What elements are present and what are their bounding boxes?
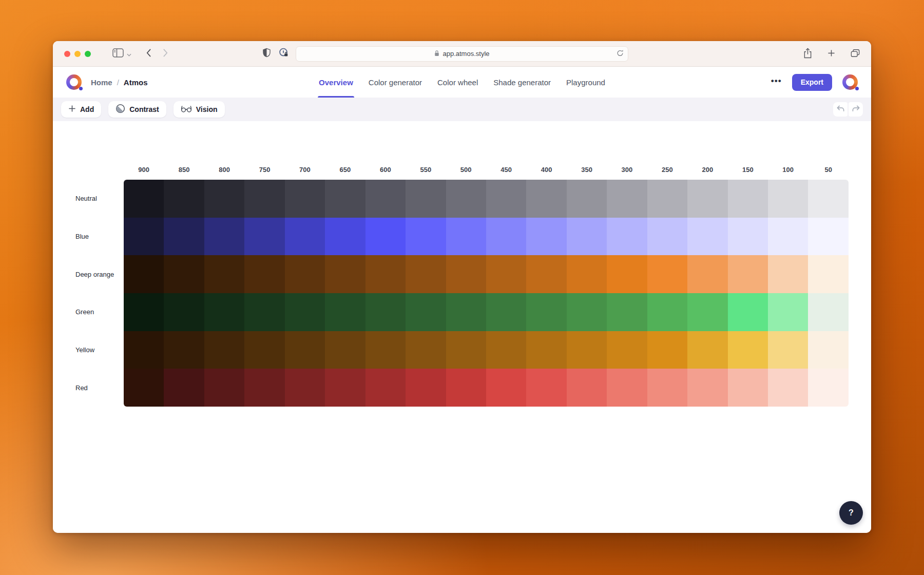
tab-color-generator[interactable]: Color generator [369,67,422,98]
color-swatch[interactable] [124,331,164,369]
color-swatch[interactable] [687,255,727,293]
color-swatch[interactable] [808,180,848,218]
color-swatch[interactable] [365,293,406,331]
share-button[interactable] [803,48,812,60]
color-swatch[interactable] [486,293,526,331]
color-swatch[interactable] [446,180,486,218]
color-swatch[interactable] [244,369,284,407]
color-swatch[interactable] [365,331,406,369]
color-swatch[interactable] [647,180,687,218]
color-swatch[interactable] [164,218,204,256]
color-swatch[interactable] [526,218,566,256]
color-swatch[interactable] [526,293,566,331]
more-options-icon[interactable]: ••• [771,76,782,88]
color-swatch[interactable] [204,293,244,331]
color-swatch[interactable] [365,369,406,407]
close-window-button[interactable] [64,51,70,57]
color-swatch[interactable] [567,369,607,407]
color-swatch[interactable] [687,218,727,256]
color-swatch[interactable] [164,255,204,293]
color-swatch[interactable] [325,331,365,369]
color-swatch[interactable] [486,255,526,293]
color-swatch[interactable] [647,255,687,293]
minimize-window-button[interactable] [74,51,81,57]
color-swatch[interactable] [285,293,325,331]
color-swatch[interactable] [124,255,164,293]
reload-icon[interactable] [617,49,624,59]
color-swatch[interactable] [808,255,848,293]
privacy-shield-icon[interactable] [263,48,271,60]
tab-overview-button[interactable] [851,49,860,59]
color-swatch[interactable] [285,180,325,218]
color-swatch[interactable] [607,331,647,369]
color-swatch[interactable] [124,218,164,256]
color-swatch[interactable] [204,218,244,256]
color-swatch[interactable] [607,369,647,407]
color-swatch[interactable] [567,293,607,331]
color-swatch[interactable] [446,255,486,293]
color-swatch[interactable] [526,331,566,369]
color-swatch[interactable] [204,369,244,407]
color-swatch[interactable] [687,369,727,407]
color-swatch[interactable] [728,255,768,293]
color-swatch[interactable] [204,180,244,218]
new-tab-button[interactable] [827,49,835,59]
color-swatch[interactable] [768,369,808,407]
color-swatch[interactable] [406,180,446,218]
back-button[interactable] [146,48,151,59]
color-swatch[interactable] [768,218,808,256]
avatar[interactable] [842,74,858,90]
chevron-down-icon[interactable] [127,49,131,59]
color-swatch[interactable] [728,293,768,331]
color-swatch[interactable] [808,331,848,369]
color-swatch[interactable] [607,180,647,218]
color-swatch[interactable] [406,293,446,331]
sidebar-toggle-button[interactable] [112,48,124,59]
color-swatch[interactable] [526,369,566,407]
help-button[interactable]: ? [839,501,863,525]
color-swatch[interactable] [687,331,727,369]
contrast-button[interactable]: Contrast [108,101,166,118]
color-swatch[interactable] [244,331,284,369]
color-swatch[interactable] [687,180,727,218]
zoom-window-button[interactable] [85,51,91,57]
color-swatch[interactable] [687,293,727,331]
color-swatch[interactable] [768,180,808,218]
redo-button[interactable] [849,102,863,117]
vision-button[interactable]: Vision [174,101,225,118]
color-swatch[interactable] [285,218,325,256]
color-swatch[interactable] [446,293,486,331]
tab-color-wheel[interactable]: Color wheel [437,67,478,98]
color-swatch[interactable] [446,369,486,407]
color-swatch[interactable] [285,331,325,369]
color-swatch[interactable] [406,369,446,407]
color-swatch[interactable] [808,218,848,256]
color-swatch[interactable] [486,180,526,218]
color-swatch[interactable] [365,218,406,256]
color-swatch[interactable] [728,180,768,218]
forward-button[interactable] [163,48,168,59]
color-swatch[interactable] [607,293,647,331]
color-swatch[interactable] [446,218,486,256]
color-swatch[interactable] [486,369,526,407]
color-swatch[interactable] [285,255,325,293]
color-swatch[interactable] [486,218,526,256]
color-swatch[interactable] [164,369,204,407]
add-button[interactable]: Add [61,101,101,118]
color-swatch[interactable] [808,293,848,331]
color-swatch[interactable] [204,331,244,369]
color-swatch[interactable] [365,180,406,218]
color-swatch[interactable] [406,218,446,256]
color-swatch[interactable] [567,180,607,218]
export-button[interactable]: Export [792,74,832,91]
undo-button[interactable] [833,102,848,117]
color-swatch[interactable] [647,293,687,331]
color-swatch[interactable] [526,180,566,218]
password-manager-icon[interactable] [279,48,288,60]
color-swatch[interactable] [607,218,647,256]
color-swatch[interactable] [325,369,365,407]
color-swatch[interactable] [365,255,406,293]
color-swatch[interactable] [607,255,647,293]
color-swatch[interactable] [567,331,607,369]
color-swatch[interactable] [244,293,284,331]
